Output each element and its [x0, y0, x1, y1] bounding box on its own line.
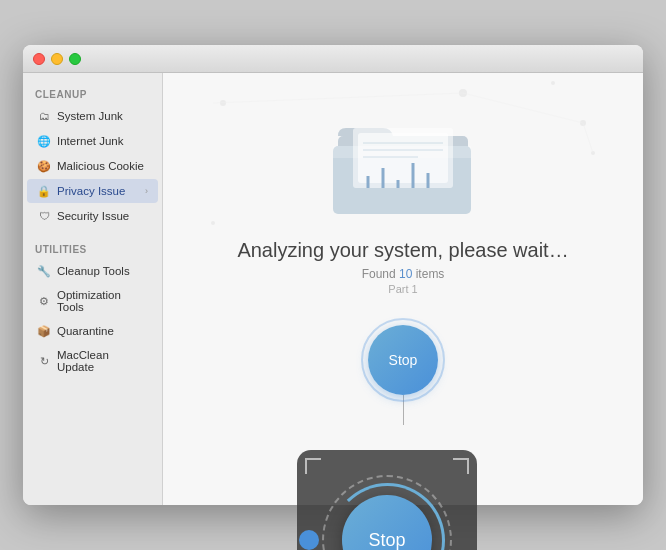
- zoom-overlay: Stop: [297, 450, 477, 550]
- folder-illustration: [323, 103, 483, 223]
- svg-point-4: [551, 81, 555, 85]
- internet-junk-icon: 🌐: [37, 134, 51, 148]
- svg-point-0: [220, 100, 226, 106]
- part-label: Part 1: [388, 283, 417, 295]
- svg-point-5: [591, 151, 595, 155]
- svg-line-8: [583, 123, 593, 153]
- zoom-stop-ring-container: Stop: [322, 475, 452, 550]
- utilities-section-label: Utilities: [23, 238, 162, 258]
- sidebar-item-malicious-cookie[interactable]: 🍪 Malicious Cookie: [27, 154, 158, 178]
- sidebar-item-internet-junk[interactable]: 🌐 Internet Junk: [27, 129, 158, 153]
- corner-bracket-tr: [453, 458, 469, 474]
- svg-line-6: [213, 93, 463, 103]
- sidebar-item-label: Security Issue: [57, 210, 148, 222]
- chevron-right-icon: ›: [145, 186, 148, 196]
- quarantine-icon: 📦: [37, 324, 51, 338]
- title-bar: [23, 45, 643, 73]
- svg-point-1: [459, 89, 467, 97]
- malicious-cookie-icon: 🍪: [37, 159, 51, 173]
- privacy-issue-icon: 🔒: [37, 184, 51, 198]
- cleanup-tools-icon: 🔧: [37, 264, 51, 278]
- close-button[interactable]: [33, 53, 45, 65]
- corner-bracket-tl: [305, 458, 321, 474]
- macclean-update-icon: ↻: [37, 354, 51, 368]
- sidebar-item-label: Privacy Issue: [57, 185, 139, 197]
- progress-ring: [330, 483, 445, 551]
- sidebar-item-label: Optimization Tools: [57, 289, 148, 313]
- security-issue-icon: 🛡: [37, 209, 51, 223]
- app-window: Cleanup 🗂 System Junk 🌐 Internet Junk 🍪 …: [23, 45, 643, 505]
- blue-dot-indicator: [299, 530, 319, 550]
- svg-point-2: [580, 120, 586, 126]
- content-area: Cleanup 🗂 System Junk 🌐 Internet Junk 🍪 …: [23, 73, 643, 505]
- sidebar-item-label: MacClean Update: [57, 349, 148, 373]
- sidebar-item-security-issue[interactable]: 🛡 Security Issue: [27, 204, 158, 228]
- found-count: 10: [399, 267, 412, 281]
- found-items-text: Found 10 items: [362, 267, 445, 281]
- sidebar-item-system-junk[interactable]: 🗂 System Junk: [27, 104, 158, 128]
- svg-rect-13: [358, 133, 448, 183]
- sidebar-item-cleanup-tools[interactable]: 🔧 Cleanup Tools: [27, 259, 158, 283]
- system-junk-icon: 🗂: [37, 109, 51, 123]
- traffic-lights: [33, 53, 81, 65]
- sidebar-item-label: Quarantine: [57, 325, 148, 337]
- sidebar-item-quarantine[interactable]: 📦 Quarantine: [27, 319, 158, 343]
- svg-point-3: [211, 221, 215, 225]
- sidebar-item-label: System Junk: [57, 110, 148, 122]
- sidebar-item-label: Internet Junk: [57, 135, 148, 147]
- analyzing-status-text: Analyzing your system, please wait…: [237, 239, 568, 262]
- sidebar-item-label: Malicious Cookie: [57, 160, 148, 172]
- maximize-button[interactable]: [69, 53, 81, 65]
- sidebar-item-privacy-issue[interactable]: 🔒 Privacy Issue ›: [27, 179, 158, 203]
- sidebar-item-macclean-update[interactable]: ↻ MacClean Update: [27, 344, 158, 378]
- sidebar: Cleanup 🗂 System Junk 🌐 Internet Junk 🍪 …: [23, 73, 163, 505]
- stop-button-container: Stop: [368, 325, 438, 425]
- optimization-tools-icon: ⚙: [37, 294, 51, 308]
- main-panel: Analyzing your system, please wait… Foun…: [163, 73, 643, 505]
- stop-button[interactable]: Stop: [368, 325, 438, 395]
- cleanup-section-label: Cleanup: [23, 83, 162, 103]
- sidebar-item-label: Cleanup Tools: [57, 265, 148, 277]
- minimize-button[interactable]: [51, 53, 63, 65]
- found-label: Found: [362, 267, 396, 281]
- found-items-label: items: [416, 267, 445, 281]
- sidebar-item-optimization-tools[interactable]: ⚙ Optimization Tools: [27, 284, 158, 318]
